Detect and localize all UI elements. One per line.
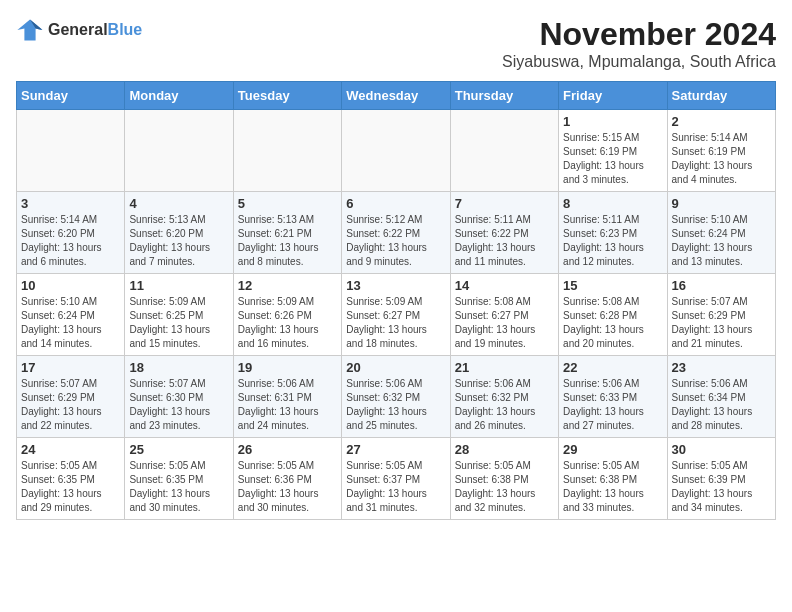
day-number: 9: [672, 196, 771, 211]
calendar-cell: 20Sunrise: 5:06 AMSunset: 6:32 PMDayligh…: [342, 356, 450, 438]
day-number: 26: [238, 442, 337, 457]
weekday-header-tuesday: Tuesday: [233, 82, 341, 110]
weekday-header-thursday: Thursday: [450, 82, 558, 110]
calendar-table: SundayMondayTuesdayWednesdayThursdayFrid…: [16, 81, 776, 520]
calendar-week-4: 17Sunrise: 5:07 AMSunset: 6:29 PMDayligh…: [17, 356, 776, 438]
day-number: 6: [346, 196, 445, 211]
day-number: 17: [21, 360, 120, 375]
weekday-header-monday: Monday: [125, 82, 233, 110]
day-info: Sunrise: 5:06 AMSunset: 6:32 PMDaylight:…: [346, 377, 445, 433]
day-number: 15: [563, 278, 662, 293]
logo-icon: [16, 16, 44, 44]
calendar-cell: [125, 110, 233, 192]
day-number: 25: [129, 442, 228, 457]
calendar-cell: [450, 110, 558, 192]
day-number: 28: [455, 442, 554, 457]
calendar-cell: 26Sunrise: 5:05 AMSunset: 6:36 PMDayligh…: [233, 438, 341, 520]
day-number: 18: [129, 360, 228, 375]
page-header: GeneralBlue November 2024 Siyabuswa, Mpu…: [16, 16, 776, 71]
day-number: 5: [238, 196, 337, 211]
calendar-week-1: 1Sunrise: 5:15 AMSunset: 6:19 PMDaylight…: [17, 110, 776, 192]
day-number: 10: [21, 278, 120, 293]
day-number: 4: [129, 196, 228, 211]
weekday-header-wednesday: Wednesday: [342, 82, 450, 110]
calendar-cell: 27Sunrise: 5:05 AMSunset: 6:37 PMDayligh…: [342, 438, 450, 520]
day-number: 14: [455, 278, 554, 293]
day-info: Sunrise: 5:05 AMSunset: 6:39 PMDaylight:…: [672, 459, 771, 515]
title-block: November 2024 Siyabuswa, Mpumalanga, Sou…: [502, 16, 776, 71]
calendar-cell: 21Sunrise: 5:06 AMSunset: 6:32 PMDayligh…: [450, 356, 558, 438]
calendar-cell: [17, 110, 125, 192]
calendar-title: November 2024: [502, 16, 776, 53]
day-info: Sunrise: 5:11 AMSunset: 6:23 PMDaylight:…: [563, 213, 662, 269]
day-info: Sunrise: 5:15 AMSunset: 6:19 PMDaylight:…: [563, 131, 662, 187]
day-info: Sunrise: 5:13 AMSunset: 6:20 PMDaylight:…: [129, 213, 228, 269]
day-info: Sunrise: 5:06 AMSunset: 6:32 PMDaylight:…: [455, 377, 554, 433]
day-number: 20: [346, 360, 445, 375]
calendar-cell: 18Sunrise: 5:07 AMSunset: 6:30 PMDayligh…: [125, 356, 233, 438]
day-info: Sunrise: 5:08 AMSunset: 6:27 PMDaylight:…: [455, 295, 554, 351]
day-info: Sunrise: 5:13 AMSunset: 6:21 PMDaylight:…: [238, 213, 337, 269]
day-info: Sunrise: 5:06 AMSunset: 6:34 PMDaylight:…: [672, 377, 771, 433]
day-info: Sunrise: 5:09 AMSunset: 6:25 PMDaylight:…: [129, 295, 228, 351]
day-number: 7: [455, 196, 554, 211]
calendar-cell: 15Sunrise: 5:08 AMSunset: 6:28 PMDayligh…: [559, 274, 667, 356]
calendar-cell: 5Sunrise: 5:13 AMSunset: 6:21 PMDaylight…: [233, 192, 341, 274]
calendar-cell: 23Sunrise: 5:06 AMSunset: 6:34 PMDayligh…: [667, 356, 775, 438]
calendar-subtitle: Siyabuswa, Mpumalanga, South Africa: [502, 53, 776, 71]
calendar-cell: 9Sunrise: 5:10 AMSunset: 6:24 PMDaylight…: [667, 192, 775, 274]
calendar-cell: 3Sunrise: 5:14 AMSunset: 6:20 PMDaylight…: [17, 192, 125, 274]
day-number: 23: [672, 360, 771, 375]
day-info: Sunrise: 5:07 AMSunset: 6:30 PMDaylight:…: [129, 377, 228, 433]
calendar-cell: 19Sunrise: 5:06 AMSunset: 6:31 PMDayligh…: [233, 356, 341, 438]
calendar-cell: 16Sunrise: 5:07 AMSunset: 6:29 PMDayligh…: [667, 274, 775, 356]
calendar-cell: 2Sunrise: 5:14 AMSunset: 6:19 PMDaylight…: [667, 110, 775, 192]
day-number: 22: [563, 360, 662, 375]
calendar-cell: 6Sunrise: 5:12 AMSunset: 6:22 PMDaylight…: [342, 192, 450, 274]
calendar-cell: 14Sunrise: 5:08 AMSunset: 6:27 PMDayligh…: [450, 274, 558, 356]
logo-text: GeneralBlue: [48, 21, 142, 39]
calendar-week-5: 24Sunrise: 5:05 AMSunset: 6:35 PMDayligh…: [17, 438, 776, 520]
weekday-header-sunday: Sunday: [17, 82, 125, 110]
day-info: Sunrise: 5:06 AMSunset: 6:33 PMDaylight:…: [563, 377, 662, 433]
day-info: Sunrise: 5:05 AMSunset: 6:36 PMDaylight:…: [238, 459, 337, 515]
day-number: 3: [21, 196, 120, 211]
day-info: Sunrise: 5:06 AMSunset: 6:31 PMDaylight:…: [238, 377, 337, 433]
calendar-cell: 7Sunrise: 5:11 AMSunset: 6:22 PMDaylight…: [450, 192, 558, 274]
weekday-header-saturday: Saturday: [667, 82, 775, 110]
day-number: 29: [563, 442, 662, 457]
day-info: Sunrise: 5:05 AMSunset: 6:35 PMDaylight:…: [21, 459, 120, 515]
day-number: 16: [672, 278, 771, 293]
day-number: 24: [21, 442, 120, 457]
day-info: Sunrise: 5:09 AMSunset: 6:27 PMDaylight:…: [346, 295, 445, 351]
logo: GeneralBlue: [16, 16, 142, 44]
day-info: Sunrise: 5:12 AMSunset: 6:22 PMDaylight:…: [346, 213, 445, 269]
day-info: Sunrise: 5:05 AMSunset: 6:37 PMDaylight:…: [346, 459, 445, 515]
calendar-week-2: 3Sunrise: 5:14 AMSunset: 6:20 PMDaylight…: [17, 192, 776, 274]
calendar-cell: 8Sunrise: 5:11 AMSunset: 6:23 PMDaylight…: [559, 192, 667, 274]
day-number: 30: [672, 442, 771, 457]
calendar-cell: 24Sunrise: 5:05 AMSunset: 6:35 PMDayligh…: [17, 438, 125, 520]
day-info: Sunrise: 5:07 AMSunset: 6:29 PMDaylight:…: [21, 377, 120, 433]
day-info: Sunrise: 5:14 AMSunset: 6:20 PMDaylight:…: [21, 213, 120, 269]
day-info: Sunrise: 5:14 AMSunset: 6:19 PMDaylight:…: [672, 131, 771, 187]
calendar-cell: 28Sunrise: 5:05 AMSunset: 6:38 PMDayligh…: [450, 438, 558, 520]
day-number: 2: [672, 114, 771, 129]
calendar-cell: 13Sunrise: 5:09 AMSunset: 6:27 PMDayligh…: [342, 274, 450, 356]
day-number: 12: [238, 278, 337, 293]
calendar-cell: [233, 110, 341, 192]
calendar-cell: 30Sunrise: 5:05 AMSunset: 6:39 PMDayligh…: [667, 438, 775, 520]
day-info: Sunrise: 5:08 AMSunset: 6:28 PMDaylight:…: [563, 295, 662, 351]
day-info: Sunrise: 5:05 AMSunset: 6:38 PMDaylight:…: [563, 459, 662, 515]
day-info: Sunrise: 5:11 AMSunset: 6:22 PMDaylight:…: [455, 213, 554, 269]
calendar-cell: [342, 110, 450, 192]
calendar-cell: 17Sunrise: 5:07 AMSunset: 6:29 PMDayligh…: [17, 356, 125, 438]
calendar-cell: 29Sunrise: 5:05 AMSunset: 6:38 PMDayligh…: [559, 438, 667, 520]
day-number: 13: [346, 278, 445, 293]
day-number: 27: [346, 442, 445, 457]
day-info: Sunrise: 5:07 AMSunset: 6:29 PMDaylight:…: [672, 295, 771, 351]
calendar-cell: 25Sunrise: 5:05 AMSunset: 6:35 PMDayligh…: [125, 438, 233, 520]
weekday-header-friday: Friday: [559, 82, 667, 110]
day-number: 8: [563, 196, 662, 211]
calendar-cell: 22Sunrise: 5:06 AMSunset: 6:33 PMDayligh…: [559, 356, 667, 438]
